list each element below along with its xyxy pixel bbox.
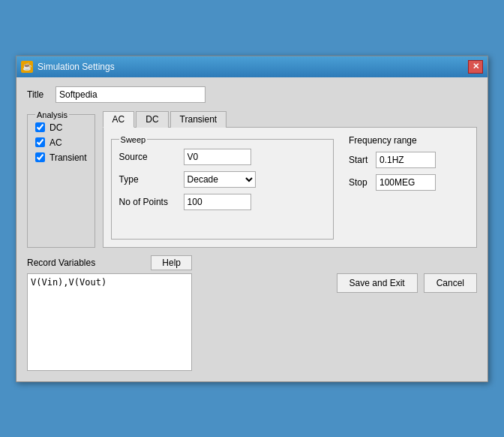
frequency-range-group: Frequency range Start Stop	[349, 135, 469, 240]
dc-checkbox[interactable]	[35, 122, 45, 132]
stop-row: Stop	[349, 174, 469, 191]
source-input[interactable]	[184, 149, 251, 165]
transient-checkbox[interactable]	[35, 152, 45, 162]
ac-label: AC	[50, 137, 62, 148]
points-label: No of Points	[119, 197, 179, 207]
start-input[interactable]	[376, 152, 436, 168]
window-title: Simulation Settings	[38, 62, 115, 72]
title-label: Title	[27, 89, 50, 100]
tab-ac[interactable]: AC	[103, 111, 135, 128]
save-exit-button[interactable]: Save and Exit	[337, 273, 418, 293]
title-bar: ☕ Simulation Settings ✕	[16, 56, 488, 77]
right-panel: AC DC Transient Sweep Source Type	[103, 110, 477, 248]
title-input[interactable]	[56, 86, 206, 103]
type-label: Type	[119, 174, 179, 185]
analysis-dc-item: DC	[35, 122, 87, 133]
record-section: Record Variables Help	[27, 255, 192, 371]
tab-content-ac: Sweep Source Type Decade Linear Octave	[103, 128, 477, 248]
analysis-ac-item: AC	[35, 137, 87, 148]
content-area: Title Analysis DC AC Transient	[16, 77, 488, 381]
record-header: Record Variables Help	[27, 255, 192, 270]
start-row: Start	[349, 152, 469, 168]
points-row: No of Points	[119, 194, 326, 210]
type-row: Type Decade Linear Octave	[119, 171, 326, 188]
type-select[interactable]: Decade Linear Octave	[184, 171, 256, 188]
action-buttons: Save and Exit Cancel	[200, 255, 477, 293]
analysis-legend: Analysis	[35, 110, 69, 119]
cancel-button[interactable]: Cancel	[424, 273, 477, 293]
ac-checkbox[interactable]	[35, 137, 45, 147]
analysis-group: Analysis DC AC Transient	[27, 110, 95, 248]
stop-label: Stop	[349, 177, 371, 188]
stop-input[interactable]	[376, 174, 436, 191]
record-label: Record Variables	[27, 258, 95, 268]
analysis-transient-item: Transient	[35, 152, 87, 163]
sweep-group: Sweep Source Type Decade Linear Octave	[111, 135, 334, 240]
main-area: Analysis DC AC Transient AC DC	[27, 110, 477, 248]
start-label: Start	[349, 155, 371, 165]
points-input[interactable]	[184, 194, 251, 210]
tab-dc[interactable]: DC	[136, 111, 168, 128]
sweep-legend: Sweep	[119, 135, 148, 144]
close-button[interactable]: ✕	[468, 60, 483, 74]
tab-transient[interactable]: Transient	[170, 111, 227, 128]
source-label: Source	[119, 152, 179, 162]
frequency-range-title: Frequency range	[349, 135, 469, 146]
title-bar-left: ☕ Simulation Settings	[21, 61, 115, 73]
transient-label: Transient	[50, 152, 87, 163]
bottom-area: Record Variables Help Save and Exit Canc…	[27, 255, 477, 371]
app-icon: ☕	[21, 61, 33, 73]
help-button[interactable]: Help	[151, 255, 192, 270]
main-window: ☕ Simulation Settings ✕ Title Analysis D…	[16, 56, 488, 382]
record-textarea[interactable]	[27, 273, 192, 371]
title-row: Title	[27, 86, 477, 103]
source-row: Source	[119, 149, 326, 165]
tabs-bar: AC DC Transient	[103, 110, 477, 128]
dc-label: DC	[50, 122, 62, 133]
